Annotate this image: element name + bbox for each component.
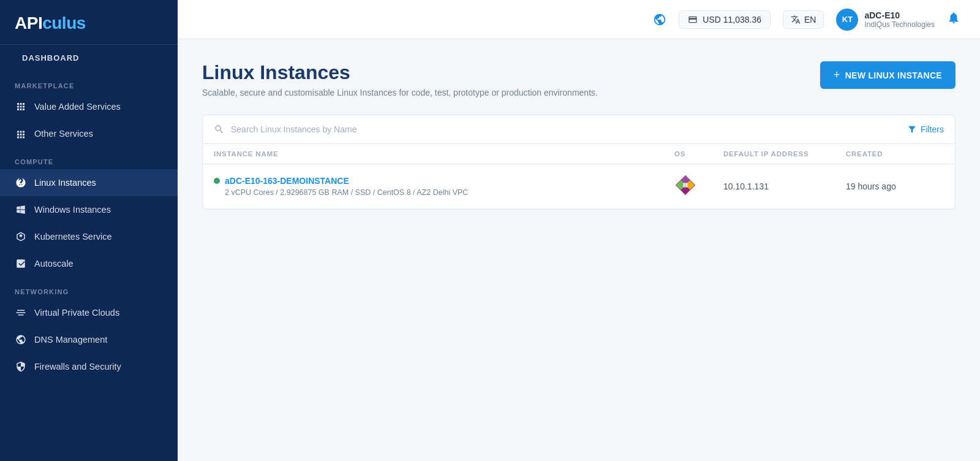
- sidebar-item-kubernetes-service[interactable]: Kubernetes Service: [0, 223, 178, 250]
- instance-name-link[interactable]: aDC-E10-163-DEMOINSTANCE: [214, 176, 674, 186]
- user-info: aDC-E10 IndiQus Technologies: [864, 10, 935, 29]
- page-title-area: Linux Instances Scalable, secure and cus…: [202, 61, 598, 97]
- instance-name: aDC-E10-163-DEMOINSTANCE: [225, 176, 349, 186]
- sidebar-item-firewalls-and-security[interactable]: Firewalls and Security: [0, 353, 178, 380]
- k8s-icon: [15, 230, 27, 243]
- new-button-label: NEW LINUX INSTANCE: [845, 70, 942, 80]
- sidebar-item-label: Kubernetes Service: [34, 232, 112, 242]
- sidebar-item-value-added-services[interactable]: Value Added Services: [0, 93, 178, 120]
- linux-icon: [15, 177, 27, 189]
- windows-icon: [15, 204, 27, 216]
- sidebar-item-label: Other Services: [34, 129, 93, 139]
- sidebar-logo: APIculus: [0, 0, 178, 45]
- main-area: USD 11,038.36 EN KT aDC-E10 IndiQus Tech…: [178, 0, 980, 461]
- page-header: Linux Instances Scalable, secure and cus…: [202, 61, 956, 97]
- sidebar-item-dns-management[interactable]: DNS Management: [0, 326, 178, 353]
- col-created: CREATED: [846, 150, 944, 158]
- filters-label: Filters: [921, 124, 944, 134]
- sidebar: APIculus DASHBOARD MARKETPLACE Value Add…: [0, 0, 178, 461]
- table-header: INSTANCE NAME OS DEFAULT IP ADDRESS CREA…: [203, 144, 955, 164]
- sidebar-item-label: Windows Instances: [34, 205, 111, 215]
- content-area: Linux Instances Scalable, secure and cus…: [178, 39, 980, 461]
- avatar: KT: [836, 9, 858, 31]
- sidebar-item-label: Autoscale: [34, 259, 74, 269]
- vpc-icon: [15, 307, 27, 319]
- instances-table: Filters INSTANCE NAME OS DEFAULT IP ADDR…: [202, 115, 956, 210]
- header: USD 11,038.36 EN KT aDC-E10 IndiQus Tech…: [178, 0, 980, 39]
- col-instance-name: INSTANCE NAME: [214, 150, 674, 158]
- instance-name-cell: aDC-E10-163-DEMOINSTANCE 2 vCPU Cores / …: [214, 176, 674, 197]
- centos-icon: [674, 174, 696, 196]
- col-ip: DEFAULT IP ADDRESS: [723, 150, 846, 158]
- balance-amount: USD 11,038.36: [703, 15, 761, 25]
- section-label-compute: COMPUTE: [0, 147, 178, 169]
- sidebar-item-linux-instances[interactable]: Linux Instances: [0, 169, 178, 196]
- search-input[interactable]: [231, 124, 901, 134]
- search-icon: [214, 124, 225, 135]
- filter-icon: [907, 124, 917, 134]
- search-bar: Filters: [203, 115, 955, 144]
- firewall-icon: [15, 360, 27, 373]
- user-name: aDC-E10: [864, 10, 935, 20]
- table-row: aDC-E10-163-DEMOINSTANCE 2 vCPU Cores / …: [203, 164, 955, 209]
- plus-icon: +: [834, 69, 840, 82]
- balance-display[interactable]: USD 11,038.36: [679, 10, 771, 29]
- page-subtitle: Scalable, secure and customisable Linux …: [202, 88, 598, 97]
- instance-details: 2 vCPU Cores / 2.9296875 GB RAM / SSD / …: [214, 188, 674, 197]
- filters-button[interactable]: Filters: [907, 124, 944, 134]
- col-os: OS: [674, 150, 723, 158]
- language-label: EN: [804, 15, 816, 25]
- new-linux-instance-button[interactable]: + NEW LINUX INSTANCE: [820, 61, 956, 89]
- dns-icon: [15, 333, 27, 346]
- globe-button[interactable]: [653, 13, 666, 26]
- translate-icon: [791, 15, 801, 25]
- sidebar-item-label: Firewalls and Security: [34, 362, 121, 371]
- ip-cell: 10.10.1.131: [723, 181, 846, 191]
- apps-icon: [15, 128, 27, 140]
- sidebar-item-dashboard[interactable]: DASHBOARD: [0, 45, 178, 71]
- billing-icon: [688, 15, 698, 25]
- grid-icon: [15, 101, 27, 113]
- notification-bell[interactable]: [947, 11, 960, 28]
- globe-icon: [653, 13, 666, 26]
- section-label-networking: NETWORKING: [0, 277, 178, 299]
- user-org: IndiQus Technologies: [864, 20, 935, 29]
- os-cell: [674, 174, 723, 199]
- sidebar-item-label: Linux Instances: [34, 178, 96, 188]
- language-selector[interactable]: EN: [783, 10, 824, 29]
- autoscale-icon: [15, 257, 27, 270]
- logo: APIculus: [15, 13, 163, 33]
- created-cell: 19 hours ago: [846, 181, 944, 191]
- sidebar-item-windows-instances[interactable]: Windows Instances: [0, 196, 178, 223]
- section-label-marketplace: MARKETPLACE: [0, 71, 178, 93]
- page-title: Linux Instances: [202, 61, 598, 84]
- sidebar-item-label: Value Added Services: [34, 102, 121, 112]
- svg-rect-5: [683, 183, 688, 188]
- user-section: KT aDC-E10 IndiQus Technologies: [836, 9, 935, 31]
- sidebar-item-label: DNS Management: [34, 335, 107, 345]
- dashboard-label: DASHBOARD: [22, 53, 80, 63]
- sidebar-item-other-services[interactable]: Other Services: [0, 120, 178, 147]
- sidebar-item-virtual-private-clouds[interactable]: Virtual Private Clouds: [0, 299, 178, 326]
- sidebar-item-label: Virtual Private Clouds: [34, 308, 119, 318]
- sidebar-item-autoscale[interactable]: Autoscale: [0, 250, 178, 277]
- status-dot-running: [214, 178, 220, 184]
